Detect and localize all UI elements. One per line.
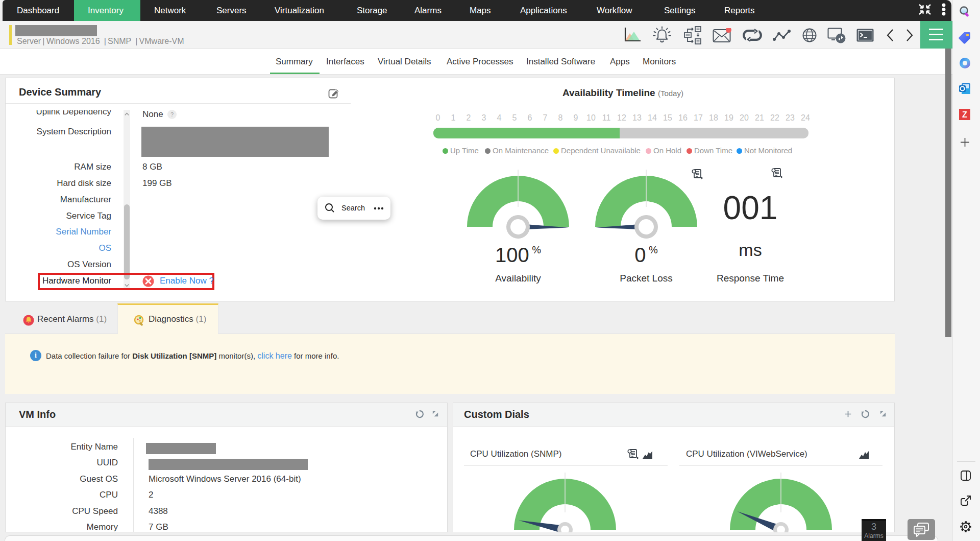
svg-text:Z: Z — [962, 110, 967, 119]
